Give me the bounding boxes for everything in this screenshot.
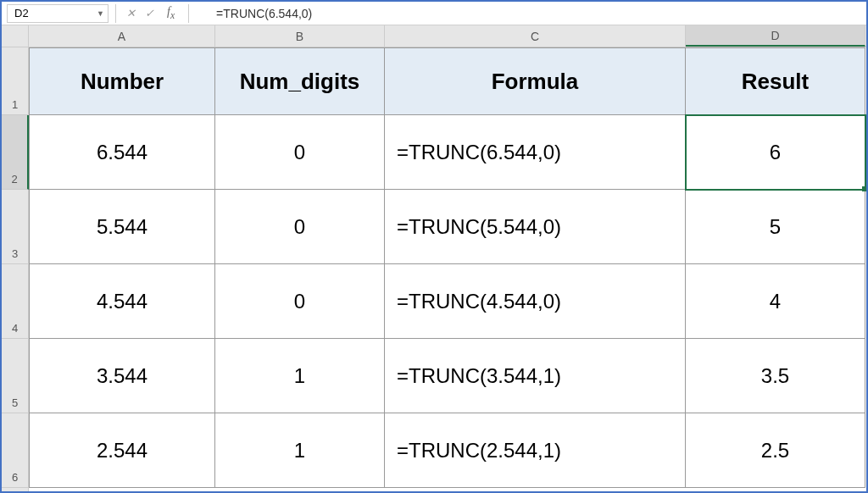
cell-B1[interactable]: Num_digits bbox=[215, 47, 385, 115]
cell-C1[interactable]: Formula bbox=[385, 47, 686, 115]
cell-C2[interactable]: =TRUNC(6.544,0) bbox=[385, 115, 686, 190]
row-header-6[interactable]: 6 bbox=[2, 413, 28, 488]
cell-C5[interactable]: =TRUNC(3.544,1) bbox=[385, 339, 686, 413]
row-header-3[interactable]: 3 bbox=[2, 190, 28, 264]
formula-bar-icons: ✕ ✓ fx bbox=[118, 5, 186, 21]
cell-D6[interactable]: 2.5 bbox=[686, 413, 865, 488]
cell-A6[interactable]: 2.544 bbox=[29, 413, 215, 488]
cancel-icon[interactable]: ✕ bbox=[125, 7, 136, 19]
cell-A3[interactable]: 5.544 bbox=[29, 190, 215, 264]
row-header-4[interactable]: 4 bbox=[2, 264, 28, 339]
divider bbox=[115, 4, 116, 23]
cell-B6[interactable]: 1 bbox=[215, 413, 385, 488]
column-headers-row: A B C D bbox=[29, 25, 866, 47]
cell-C6[interactable]: =TRUNC(2.544,1) bbox=[385, 413, 686, 488]
table-row: 3.544 1 =TRUNC(3.544,1) 3.5 bbox=[29, 339, 866, 413]
cell-D1[interactable]: Result bbox=[686, 47, 865, 115]
cell-A1[interactable]: Number bbox=[29, 47, 215, 115]
formula-input[interactable] bbox=[191, 4, 866, 23]
formula-bar-row: D2 ▼ ✕ ✓ fx bbox=[2, 2, 866, 25]
select-all-corner[interactable] bbox=[2, 25, 28, 47]
confirm-icon[interactable]: ✓ bbox=[143, 7, 155, 19]
cell-B5[interactable]: 1 bbox=[215, 339, 385, 413]
name-box[interactable]: D2 ▼ bbox=[7, 4, 108, 23]
table-row: 4.544 0 =TRUNC(4.544,0) 4 bbox=[29, 264, 866, 339]
table-header-row: Number Num_digits Formula Result bbox=[29, 47, 866, 115]
col-header-D[interactable]: D bbox=[686, 25, 865, 47]
divider bbox=[188, 4, 189, 23]
cell-B4[interactable]: 0 bbox=[215, 264, 385, 339]
cell-D5[interactable]: 3.5 bbox=[686, 339, 865, 413]
cell-D3[interactable]: 5 bbox=[686, 190, 865, 264]
cell-B3[interactable]: 0 bbox=[215, 190, 385, 264]
fill-handle[interactable] bbox=[862, 186, 867, 191]
table-row: 5.544 0 =TRUNC(5.544,0) 5 bbox=[29, 190, 866, 264]
cell-D4[interactable]: 4 bbox=[686, 264, 865, 339]
cell-A5[interactable]: 3.544 bbox=[29, 339, 215, 413]
cell-C4[interactable]: =TRUNC(4.544,0) bbox=[385, 264, 686, 339]
col-header-A[interactable]: A bbox=[29, 25, 215, 47]
data-rows: Number Num_digits Formula Result 6.544 0… bbox=[29, 47, 866, 488]
name-box-value: D2 bbox=[14, 7, 29, 19]
table-row: 2.544 1 =TRUNC(2.544,1) 2.5 bbox=[29, 413, 866, 488]
cell-C3[interactable]: =TRUNC(5.544,0) bbox=[385, 190, 686, 264]
table-row: 6.544 0 =TRUNC(6.544,0) 6 bbox=[29, 115, 866, 190]
col-header-B[interactable]: B bbox=[215, 25, 385, 47]
cell-D2-active[interactable]: 6 bbox=[686, 115, 865, 190]
dropdown-caret-icon[interactable]: ▼ bbox=[97, 9, 104, 18]
fx-icon[interactable]: fx bbox=[162, 5, 180, 21]
grid-main: A B C D Number Num_digits Formula Result… bbox=[29, 25, 866, 491]
cell-A2[interactable]: 6.544 bbox=[29, 115, 215, 190]
row-header-1[interactable]: 1 bbox=[2, 47, 28, 115]
spreadsheet-grid: 1 2 3 4 5 6 A B C D Number Num_digits Fo… bbox=[2, 25, 866, 491]
row-header-2[interactable]: 2 bbox=[2, 115, 29, 190]
col-header-C[interactable]: C bbox=[385, 25, 686, 47]
row-headers-column: 1 2 3 4 5 6 bbox=[2, 25, 29, 491]
cell-A4[interactable]: 4.544 bbox=[29, 264, 215, 339]
row-header-5[interactable]: 5 bbox=[2, 339, 28, 413]
cell-B2[interactable]: 0 bbox=[215, 115, 385, 190]
